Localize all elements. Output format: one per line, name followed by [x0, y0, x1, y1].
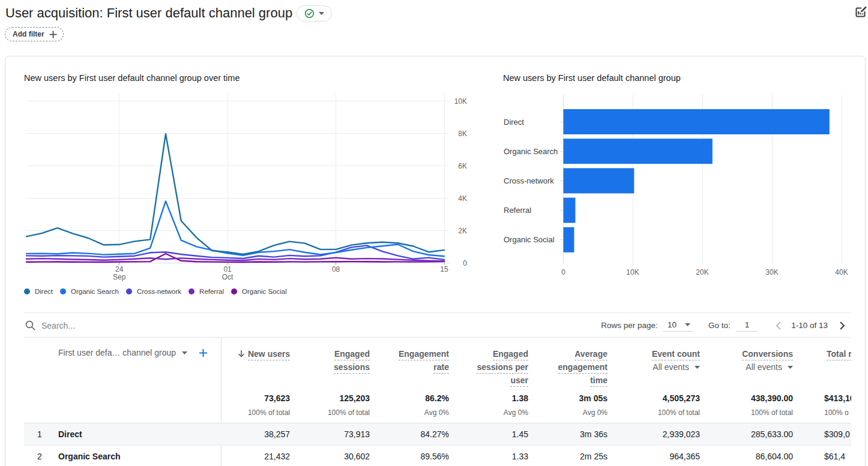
line-series-direct — [26, 134, 444, 254]
goto-value: 1 — [745, 320, 750, 329]
bar-x-tick-label: 40K — [835, 268, 848, 276]
chevron-down-icon — [695, 366, 700, 369]
line-chart-title: New users by First user default channel … — [24, 73, 240, 83]
prev-page-button[interactable] — [771, 318, 785, 333]
bar-x-tick-label: 10K — [626, 268, 639, 276]
search-box[interactable] — [25, 320, 222, 330]
table-row[interactable]: 1Direct38,25773,91384.27%1.453m 36s2,939… — [24, 423, 851, 445]
row-dimension-value: Direct — [58, 423, 82, 446]
page-range-label: 1-10 of 13 — [791, 321, 828, 330]
chevron-down-icon — [788, 366, 793, 369]
rows-per-page-select[interactable]: 10 — [663, 319, 693, 332]
bar-direct[interactable] — [564, 109, 830, 134]
bar-organic-social[interactable] — [564, 227, 574, 252]
page-title: User acquisition: First user default cha… — [5, 5, 292, 21]
legend-dot — [126, 288, 132, 294]
totals-value: 73,623 — [264, 393, 290, 403]
column-header-label: Event count — [652, 349, 700, 360]
totals-value: 125,203 — [339, 393, 370, 403]
column-header[interactable]: Averageengagementtime — [558, 347, 607, 387]
bar-cross-network[interactable] — [564, 168, 634, 193]
totals-subtitle: 100% of total — [658, 408, 700, 417]
bar-x-tick-label: 0 — [561, 268, 565, 276]
bar-category-label: Organic Social — [504, 235, 555, 244]
line-y-tick-label: 10K — [454, 97, 467, 106]
next-page-button[interactable] — [835, 318, 849, 333]
chart-legend: DirectOrganic SearchCross-networkReferra… — [24, 288, 287, 295]
column-header[interactable]: New users — [238, 347, 290, 360]
bar-chart[interactable]: 010K20K30K40KDirectOrganic SearchCross-n… — [492, 89, 868, 283]
column-header-label: Engaged — [334, 349, 370, 360]
legend-dot — [188, 288, 194, 294]
column-header[interactable]: Total r — [827, 347, 851, 360]
totals-value: 4,505,273 — [663, 393, 700, 403]
line-y-tick-label: 6K — [458, 162, 467, 170]
row-metric-value: 964,365 — [669, 446, 700, 466]
column-header-label: engagement — [558, 362, 607, 374]
dimension-header-label: First user defa… channel group — [58, 348, 176, 357]
goto-input[interactable]: 1 — [737, 319, 758, 332]
rows-per-page-label: Rows per page: — [601, 321, 658, 330]
row-metric-value: 21,432 — [264, 446, 290, 466]
bar-category-label: Referral — [504, 206, 531, 215]
bar-x-tick-label: 30K — [765, 268, 778, 276]
totals-value: 1.38 — [512, 393, 528, 403]
legend-item[interactable]: Referral — [188, 288, 224, 295]
customize-report-button[interactable] — [854, 6, 866, 18]
check-circle-icon — [304, 8, 315, 19]
event-filter-value: All events — [653, 360, 689, 374]
row-metric-value: 3m 36s — [580, 423, 607, 446]
totals-value: $413,10 — [824, 393, 851, 403]
event-filter-select[interactable]: All events — [742, 360, 793, 374]
line-chart[interactable]: 10K8K6K4K2K024Sep01Oct0815 — [0, 89, 480, 283]
column-header[interactable]: Engagedsessions — [334, 347, 370, 374]
totals-subtitle: 100% o — [824, 408, 849, 417]
line-x-tick-day: 24 — [115, 265, 124, 273]
search-input[interactable] — [41, 321, 222, 330]
row-metric-value: $309,0 — [824, 423, 850, 446]
legend-dot — [60, 288, 66, 294]
edit-chart-icon — [854, 6, 867, 19]
row-number: 1 — [35, 423, 44, 446]
chevron-down-icon — [685, 323, 690, 326]
add-filter-button[interactable]: Add filter — [5, 27, 64, 41]
legend-label: Organic Social — [242, 288, 287, 295]
dimension-header[interactable]: First user defa… channel group — [58, 348, 208, 357]
row-metric-value: 30,602 — [344, 446, 370, 466]
line-x-tick-day: 15 — [440, 265, 448, 273]
bar-organic-search[interactable] — [564, 139, 713, 164]
column-header-label: Conversions — [742, 349, 793, 360]
legend-item[interactable]: Direct — [24, 288, 53, 295]
totals-subtitle: Avg 0% — [424, 408, 449, 417]
line-y-tick-label: 2K — [458, 227, 467, 235]
totals-value: 3m 05s — [579, 393, 607, 403]
add-dimension-icon[interactable] — [199, 348, 208, 357]
line-y-tick-label: 0 — [463, 259, 467, 267]
column-header[interactable]: Engagedsessions peruser — [477, 347, 528, 387]
plus-icon — [49, 31, 57, 38]
totals-subtitle: 100% of total — [328, 408, 370, 417]
goto-label: Go to: — [708, 321, 731, 330]
column-header-label: time — [590, 375, 607, 387]
column-header[interactable]: Event countAll events — [652, 347, 700, 374]
column-header-label: sessions per — [477, 362, 528, 374]
line-series-organic-search — [26, 201, 444, 256]
line-y-tick-label: 4K — [458, 194, 467, 203]
row-number: 2 — [35, 446, 44, 466]
table-row[interactable]: 2Organic Search21,43230,60289.56%1.332m … — [24, 445, 851, 466]
legend-item[interactable]: Cross-network — [126, 288, 181, 295]
totals-subtitle: Avg 0% — [504, 408, 528, 417]
legend-item[interactable]: Organic Search — [60, 288, 119, 295]
legend-label: Cross-network — [137, 288, 181, 295]
column-header-label: Total r — [827, 349, 851, 360]
legend-item[interactable]: Organic Social — [231, 288, 287, 295]
bar-referral[interactable] — [564, 198, 576, 223]
event-filter-select[interactable]: All events — [652, 360, 700, 374]
row-metric-value: 73,913 — [344, 423, 370, 446]
legend-dot — [231, 288, 237, 294]
rows-per-page-value: 10 — [668, 320, 677, 329]
report-status-pill[interactable] — [297, 5, 332, 22]
column-header[interactable]: Engagementrate — [399, 347, 449, 374]
column-header[interactable]: ConversionsAll events — [742, 347, 793, 374]
chevron-down-icon — [182, 351, 187, 354]
